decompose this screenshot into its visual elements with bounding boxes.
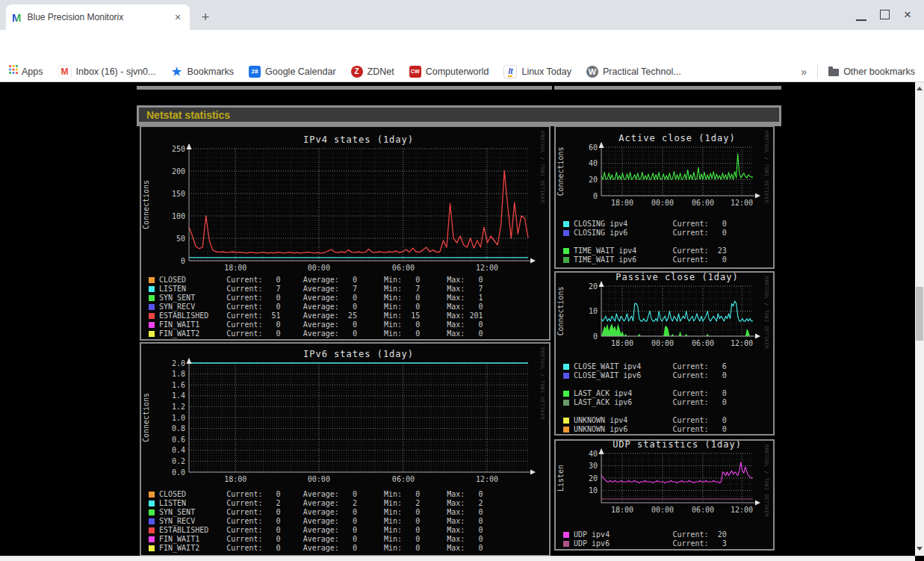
legend-swatch [563,400,569,406]
browser-tab[interactable]: M Blue Precision Monitorix × [6,4,190,30]
legend-swatch [149,545,155,551]
legend-row: CLOSED Current: 0 Average: 0 Min: 0 Max:… [149,490,483,499]
svg-text:06:00: 06:00 [692,506,714,514]
graph-ylabel: Listen [556,465,565,492]
legend-swatch [149,518,155,524]
legend-row: UNKNOWN ipv6 Current: 0 [563,425,727,434]
zdnet-icon: Z [351,66,363,78]
browser-titlebar: M Blue Precision Monitorix × + × [0,0,924,30]
horizontal-scrollbar[interactable] [0,556,915,561]
scroll-down-arrow[interactable] [917,547,923,551]
graph-legend: UDP ipv4 Current: 20UDP ipv6 Current: 3 [563,530,727,548]
graph-legend: CLOSED Current: 0 Average: 0 Min: 0 Max:… [149,276,483,338]
svg-text:1.4: 1.4 [172,391,185,400]
legend-row: TIME_WAIT ipv4 Current: 23 [563,247,727,255]
legend-row: TIME_WAIT ipv6 Current: 0 [563,255,727,264]
legend-swatch [563,541,569,547]
legend-text: CLOSE_WAIT ipv6 Current: 0 [574,371,727,380]
bookmark-item-linux-today[interactable]: ltLinux Today [503,65,571,78]
graph-udp-statistics[interactable]: 18:0000:0006:0012:0010203040UDP statisti… [554,439,775,551]
svg-text:12:00: 12:00 [476,264,498,272]
legend-text: UDP ipv4 Current: 20 [574,530,727,539]
tab-close-icon[interactable]: × [172,11,184,23]
graph-passive-close[interactable]: 18:0000:0006:0012:0001020Passive close (… [554,271,775,436]
folder-icon [828,69,839,76]
svg-text:00:00: 00:00 [651,199,674,207]
legend-text: ESTABLISHED Current: 0 Average: 0 Min: 0… [159,526,483,535]
legend-text: CLOSED Current: 0 Average: 0 Min: 0 Max:… [159,490,483,499]
legend-swatch [563,532,569,538]
legend-row: FIN_WAIT2 Current: 0 Average: 0 Min: 0 M… [149,329,483,338]
graph-legend: CLOSE_WAIT ipv4 Current: 6CLOSE_WAIT ipv… [563,362,727,434]
legend-row: LISTEN Current: 7 Average: 7 Min: 7 Max:… [149,285,483,294]
legend-text: FIN_WAIT2 Current: 0 Average: 0 Min: 0 M… [159,329,483,338]
bookmark-label: Bookmarks [187,66,235,77]
legend-text: CLOSED Current: 0 Average: 0 Min: 0 Max:… [159,276,483,285]
svg-text:18:00: 18:00 [224,264,246,272]
vertical-scrollbar[interactable] [915,82,924,556]
section-title: Netstat statistics [139,109,230,121]
window-maximize-button[interactable] [880,10,890,19]
scrollbar-thumb[interactable] [916,287,923,341]
legend-text: ESTABLISHED Current: 51 Average: 25 Min:… [159,312,483,320]
legend-swatch [563,364,569,370]
graph-ylabel: Connections [142,393,150,442]
graph-title: IPv4 states (1day) [303,134,414,145]
svg-text:0.2: 0.2 [172,457,185,465]
browser-toolbar: ← → ↻ ⌂ ⓘ localhost:8080 /monitorix-cgi/… [0,30,924,61]
legend-text: UNKNOWN ipv4 Current: 0 [574,416,727,425]
window-minimize-button[interactable] [856,7,866,21]
legend-text: FIN_WAIT2 Current: 0 Average: 0 Min: 0 M… [159,544,483,553]
legend-swatch [149,286,155,292]
legend-swatch [563,427,569,433]
svg-text:12:00: 12:00 [731,506,753,514]
svg-text:18:00: 18:00 [611,199,633,207]
rrdtool-watermark: RRDTOOL / TOBI OETIKER [763,131,769,203]
bookmark-item-inbox[interactable]: MInbox (16) - sjvn0... [58,65,156,78]
bookmark-label: Google Calendar [265,66,336,77]
scroll-up-arrow[interactable] [917,87,923,90]
svg-text:00:00: 00:00 [308,475,330,483]
legend-row: ESTABLISHED Current: 0 Average: 0 Min: 0… [149,526,483,535]
graph-ipv6-states[interactable]: 18:0000:0006:0012:000.00.20.40.60.81.01.… [140,342,551,557]
svg-text:0.4: 0.4 [172,446,185,454]
bookmark-label: Computerworld [426,66,489,77]
other-bookmarks[interactable]: Other bookmarks [828,66,915,77]
graph-active-close[interactable]: 18:0000:0006:0012:000204060Active close … [554,125,775,269]
window-close-button[interactable]: × [904,7,911,22]
legend-text: SYN_RECV Current: 0 Average: 0 Min: 0 Ma… [159,517,483,526]
legend-text: SYN_SENT Current: 0 Average: 0 Min: 0 Ma… [159,294,483,303]
apps-shortcut[interactable]: Apps [9,66,43,77]
bookmark-label: Inbox (16) - sjvn0... [76,66,156,77]
legend-swatch [149,304,155,310]
legend-swatch [149,492,155,498]
legend-row: SYN_RECV Current: 0 Average: 0 Min: 0 Ma… [149,303,483,312]
legend-swatch [563,391,569,397]
legend-swatch [149,322,155,328]
svg-text:12:00: 12:00 [731,199,753,207]
legend-swatch [149,295,155,301]
legend-text: UDP ipv6 Current: 3 [574,539,727,548]
svg-text:0: 0 [593,332,598,341]
bookmark-item-bookmarks[interactable]: ★Bookmarks [171,66,235,78]
bookmark-item-practical-technology[interactable]: WPractical Technol... [586,66,681,78]
svg-text:00:00: 00:00 [651,339,674,347]
tab-title: Blue Precision Monitorix [28,12,173,22]
section-header-inner: Netstat statistics [139,108,779,122]
bookmark-label: ZDNet [368,66,394,77]
svg-text:20: 20 [589,176,598,184]
bookmark-item-zdnet[interactable]: ZZDNet [351,66,394,78]
legend-row: FIN_WAIT1 Current: 0 Average: 0 Min: 0 M… [149,320,483,329]
apps-grid-icon [9,65,11,67]
bookmark-item-google-calendar[interactable]: 28Google Calendar [249,66,336,78]
bookmarks-overflow-chevron[interactable]: » [801,66,807,78]
svg-text:0: 0 [181,257,185,265]
new-tab-button[interactable]: + [197,9,214,25]
graph-ipv4-states[interactable]: 18:0000:0006:0012:00050100150200250IPv4 … [140,125,551,341]
bookmark-item-computerworld[interactable]: CWComputerworld [409,66,489,78]
inbox-icon: M [58,65,72,78]
bookmarks-divider [817,65,818,78]
svg-text:200: 200 [172,167,185,176]
svg-text:12:00: 12:00 [731,339,753,347]
graph-ylabel: Connections [556,146,565,196]
